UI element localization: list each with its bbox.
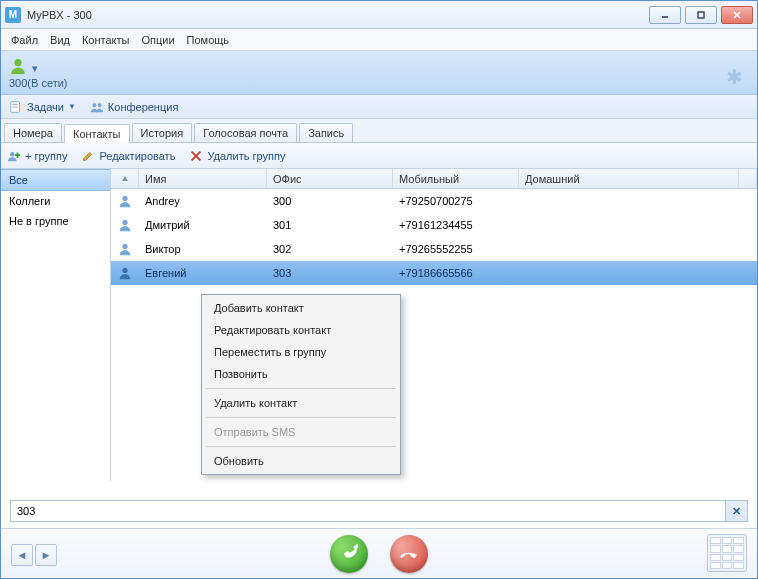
ctx-add-contact[interactable]: Добавить контакт [204,297,398,319]
svg-point-18 [122,244,127,249]
svg-point-9 [98,103,102,107]
add-group-label: + группу [25,150,67,162]
contact-office: 301 [267,219,393,231]
maximize-button[interactable] [685,6,717,24]
delete-group-button[interactable]: Удалить группу [189,149,285,163]
contact-mobile: +79250700275 [393,195,519,207]
ctx-send-sms: Отправить SMS [204,421,398,443]
col-end [739,169,757,188]
ctx-edit-contact[interactable]: Редактировать контакт [204,319,398,341]
col-office[interactable]: ОФис [267,169,393,188]
ctx-separator [206,417,396,418]
svg-point-8 [92,103,96,107]
chevron-down-icon: ▼ [68,102,76,111]
menu-options[interactable]: Опции [141,34,174,46]
star-icon: ✱ [726,65,743,89]
ctx-call[interactable]: Позвонить [204,363,398,385]
keypad-button[interactable] [707,534,747,572]
inner-tabs: Номера Контакты История Голосовая почта … [1,119,757,143]
col-mobile[interactable]: Мобильный [393,169,519,188]
call-button[interactable] [330,535,368,573]
tasks-label: Задачи [27,101,64,113]
menu-file[interactable]: Файл [11,34,38,46]
dial-clear-button[interactable]: ✕ [725,501,747,521]
context-menu: Добавить контакт Редактировать контакт П… [201,294,401,475]
dial-bar: ✕ [10,500,748,522]
action-toolbar: + группу Редактировать Удалить группу [1,143,757,169]
nav-forward-button[interactable]: ► [35,544,57,566]
presence-status: 300(В сети) [9,77,749,89]
menubar: Файл Вид Контакты Опции Помощь [1,29,757,51]
contact-office: 303 [267,267,393,279]
menu-view[interactable]: Вид [50,34,70,46]
contact-mobile: +79186665566 [393,267,519,279]
group-ungrouped[interactable]: Не в группе [1,211,110,231]
hangup-button[interactable] [390,535,428,573]
contact-name: Дмитрий [139,219,267,231]
menu-help[interactable]: Помощь [187,34,230,46]
svg-point-4 [14,59,21,66]
contact-icon [111,194,139,208]
menu-contacts[interactable]: Контакты [82,34,130,46]
col-home[interactable]: Домашний [519,169,739,188]
group-colleagues[interactable]: Коллеги [1,191,110,211]
contact-name: Евгений [139,267,267,279]
contact-office: 300 [267,195,393,207]
presence-bar: ▾ 300(В сети) ✱ [1,51,757,95]
ctx-separator [206,446,396,447]
conference-label: Конференция [108,101,178,113]
group-pane: Все Коллеги Не в группе [1,169,111,481]
app-icon: M [5,7,21,23]
tab-history[interactable]: История [132,123,193,142]
contact-icon [111,218,139,232]
tab-contacts[interactable]: Контакты [64,124,130,143]
svg-point-17 [122,220,127,225]
taskbar: Задачи ▼ Конференция [1,95,757,119]
table-row[interactable]: Виктор 302 +79265552255 [111,237,757,261]
tab-numbers[interactable]: Номера [4,123,62,142]
dial-input[interactable] [11,501,725,521]
tab-record[interactable]: Запись [299,123,353,142]
svg-rect-1 [698,12,704,18]
ctx-separator [206,388,396,389]
table-row[interactable]: Andrey 300 +79250700275 [111,189,757,213]
tasks-button[interactable]: Задачи ▼ [9,100,76,114]
svg-point-19 [122,268,127,273]
contact-mobile: +79161234455 [393,219,519,231]
ctx-delete-contact[interactable]: Удалить контакт [204,392,398,414]
presence-dropdown-icon[interactable]: ▾ [32,62,38,75]
contacts-header: Имя ОФис Мобильный Домашний [111,169,757,189]
edit-button[interactable]: Редактировать [81,149,175,163]
contact-icon [111,242,139,256]
col-sort-icon[interactable] [111,169,139,188]
contact-name: Andrey [139,195,267,207]
svg-point-16 [122,196,127,201]
ctx-move-to-group[interactable]: Переместить в группу [204,341,398,363]
contact-name: Виктор [139,243,267,255]
edit-label: Редактировать [99,150,175,162]
window-controls [649,6,753,24]
conference-button[interactable]: Конференция [90,100,178,114]
close-button[interactable] [721,6,753,24]
titlebar: M MyPBX - 300 [1,1,757,29]
presence-icon[interactable] [9,57,27,75]
col-name[interactable]: Имя [139,169,267,188]
group-all[interactable]: Все [1,169,110,191]
svg-point-10 [10,152,14,156]
contact-office: 302 [267,243,393,255]
window-title: MyPBX - 300 [27,9,649,21]
tab-voicemail[interactable]: Голосовая почта [194,123,297,142]
nav-back-button[interactable]: ◄ [11,544,33,566]
contacts-rows: Andrey 300 +79250700275 Дмитрий 301 +791… [111,189,757,285]
app-window: M MyPBX - 300 Файл Вид Контакты Опции По… [0,0,758,579]
add-group-button[interactable]: + группу [7,149,67,163]
bottom-bar: ◄ ► [1,528,757,578]
table-row[interactable]: Дмитрий 301 +79161234455 [111,213,757,237]
contact-icon [111,266,139,280]
table-row[interactable]: Евгений 303 +79186665566 [111,261,757,285]
minimize-button[interactable] [649,6,681,24]
svg-marker-15 [122,176,128,181]
ctx-refresh[interactable]: Обновить [204,450,398,472]
nav-buttons: ◄ ► [11,544,57,566]
delete-group-label: Удалить группу [207,150,285,162]
